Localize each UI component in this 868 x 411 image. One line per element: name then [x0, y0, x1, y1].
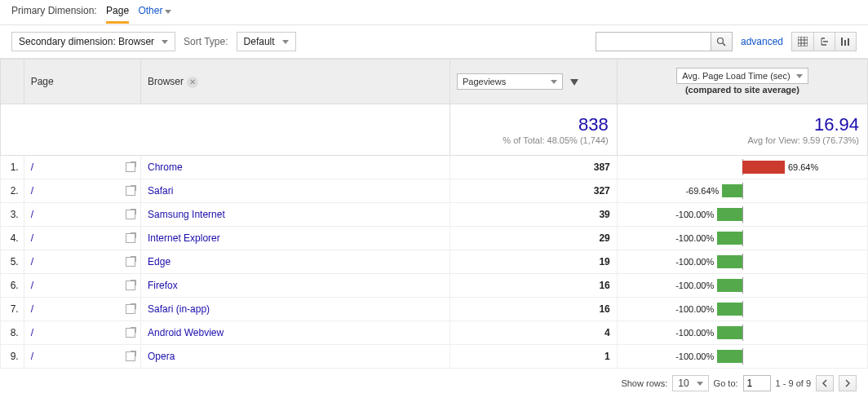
- search-box: [596, 32, 733, 51]
- chevron-down-icon: [165, 10, 171, 14]
- advanced-link[interactable]: advanced: [741, 36, 783, 47]
- browser-cell[interactable]: Samsung Internet: [141, 203, 450, 227]
- chevron-down-icon: [282, 40, 289, 44]
- range-label: 1 - 9 of 9: [776, 378, 811, 388]
- browser-cell[interactable]: Chrome: [141, 156, 450, 179]
- open-external-icon[interactable]: [126, 162, 135, 172]
- row-index: 3.: [1, 203, 24, 227]
- column-header-page[interactable]: Page: [24, 60, 140, 104]
- open-external-icon[interactable]: [126, 257, 135, 267]
- sort-descending-icon[interactable]: [570, 79, 578, 86]
- row-index: 6.: [1, 274, 24, 298]
- row-index: 1.: [1, 156, 24, 179]
- table-row[interactable]: 7./Safari (in-app)16-100.00%: [1, 298, 868, 321]
- column-header-avg-load[interactable]: Avg. Page Load Time (sec) (compared to s…: [617, 60, 867, 104]
- chevron-down-icon: [162, 40, 168, 44]
- data-table: Page Browser✕ Pageviews Avg. Page Load T…: [0, 59, 868, 369]
- rows-per-page-dropdown[interactable]: 10: [672, 375, 708, 391]
- table-row[interactable]: 5./Edge19-100.00%: [1, 250, 868, 274]
- page-cell[interactable]: /: [24, 203, 140, 227]
- row-index: 4.: [1, 227, 24, 250]
- pageviews-cell: 16: [450, 274, 617, 298]
- comparison-bar-cell: -100.00%: [617, 321, 867, 345]
- page-cell[interactable]: /: [24, 227, 140, 250]
- comparison-bar-cell: -100.00%: [617, 227, 867, 250]
- row-index: 2.: [1, 179, 24, 203]
- search-input[interactable]: [596, 33, 711, 51]
- comparison-bar-cell: -69.64%: [617, 179, 867, 203]
- pagination-footer: Show rows: 10 Go to: 1 - 9 of 9: [0, 369, 868, 398]
- svg-rect-13: [848, 38, 849, 46]
- pageviews-cell: 19: [450, 250, 617, 274]
- column-header-pageviews[interactable]: Pageviews: [450, 60, 617, 104]
- open-external-icon[interactable]: [126, 304, 135, 314]
- browser-cell[interactable]: Android Webview: [141, 321, 450, 345]
- search-icon: [716, 37, 726, 46]
- open-external-icon[interactable]: [126, 281, 135, 290]
- open-external-icon[interactable]: [126, 210, 135, 219]
- page-cell[interactable]: /: [24, 321, 140, 345]
- open-external-icon[interactable]: [126, 233, 135, 243]
- show-rows-label: Show rows:: [621, 378, 667, 388]
- comparison-view-button[interactable]: [835, 33, 856, 51]
- table-row[interactable]: 8./Android Webview4-100.00%: [1, 321, 868, 345]
- pageviews-cell: 327: [450, 179, 617, 203]
- table-row[interactable]: 6./Firefox16-100.00%: [1, 274, 868, 298]
- comparison-bar-cell: -100.00%: [617, 203, 867, 227]
- primary-dimension-label: Primary Dimension:: [11, 5, 97, 16]
- table-icon: [798, 37, 808, 46]
- table-row[interactable]: 9./Opera1-100.00%: [1, 345, 868, 369]
- summary-pageviews-sub: % of Total: 48.05% (1,744): [458, 135, 609, 145]
- pageviews-cell: 16: [450, 298, 617, 321]
- summary-avg: 16.94: [626, 114, 859, 135]
- browser-cell[interactable]: Firefox: [141, 274, 450, 298]
- primary-dimension-other[interactable]: Other: [138, 5, 171, 16]
- table-view-button[interactable]: [792, 33, 813, 51]
- row-index: 5.: [1, 250, 24, 274]
- open-external-icon[interactable]: [126, 328, 135, 338]
- page-cell[interactable]: /: [24, 298, 140, 321]
- compared-label: (compared to site average): [685, 85, 799, 95]
- page-cell[interactable]: /: [24, 250, 140, 274]
- primary-dimension-selected[interactable]: Page: [106, 5, 129, 24]
- browser-cell[interactable]: Internet Explorer: [141, 227, 450, 250]
- page-cell[interactable]: /: [24, 156, 140, 179]
- table-row[interactable]: 4./Internet Explorer29-100.00%: [1, 227, 868, 250]
- svg-rect-2: [798, 37, 808, 46]
- browser-cell[interactable]: Safari (in-app): [141, 298, 450, 321]
- open-external-icon[interactable]: [126, 186, 135, 196]
- table-row[interactable]: 3./Samsung Internet39-100.00%: [1, 203, 868, 227]
- summary-avg-sub: Avg for View: 9.59 (76.73%): [626, 135, 859, 145]
- browser-cell[interactable]: Edge: [141, 250, 450, 274]
- page-cell[interactable]: /: [24, 274, 140, 298]
- percentage-view-button[interactable]: [813, 33, 835, 51]
- open-external-icon[interactable]: [126, 351, 135, 361]
- prev-page-button[interactable]: [816, 375, 834, 391]
- remove-dimension-button[interactable]: ✕: [187, 77, 198, 88]
- metric-select-pageviews[interactable]: Pageviews: [457, 73, 563, 90]
- hierarchy-icon: [820, 37, 830, 46]
- row-index: 8.: [1, 321, 24, 345]
- metric-select-load-time[interactable]: Avg. Page Load Time (sec): [676, 68, 808, 84]
- secondary-dimension-dropdown[interactable]: Secondary dimension: Browser: [11, 32, 175, 51]
- sort-type-dropdown[interactable]: Default: [237, 32, 296, 51]
- comparison-bar-cell: -100.00%: [617, 298, 867, 321]
- page-cell[interactable]: /: [24, 345, 140, 369]
- comparison-bar-cell: -100.00%: [617, 345, 867, 369]
- goto-label: Go to:: [714, 378, 738, 388]
- page-cell[interactable]: /: [24, 179, 140, 203]
- search-button[interactable]: [711, 33, 732, 51]
- next-page-button[interactable]: [839, 375, 857, 391]
- view-mode-buttons: [791, 32, 857, 51]
- controls-bar: Secondary dimension: Browser Sort Type: …: [0, 24, 868, 59]
- table-row[interactable]: 2./Safari327-69.64%: [1, 179, 868, 203]
- browser-cell[interactable]: Safari: [141, 179, 450, 203]
- pageviews-cell: 4: [450, 321, 617, 345]
- chevron-down-icon: [697, 382, 703, 386]
- browser-cell[interactable]: Opera: [141, 345, 450, 369]
- table-row[interactable]: 1./Chrome38769.64%: [1, 156, 868, 179]
- goto-input[interactable]: [743, 375, 771, 391]
- chevron-down-icon: [796, 74, 803, 78]
- column-header-browser[interactable]: Browser✕: [141, 60, 450, 104]
- chevron-down-icon: [551, 80, 557, 84]
